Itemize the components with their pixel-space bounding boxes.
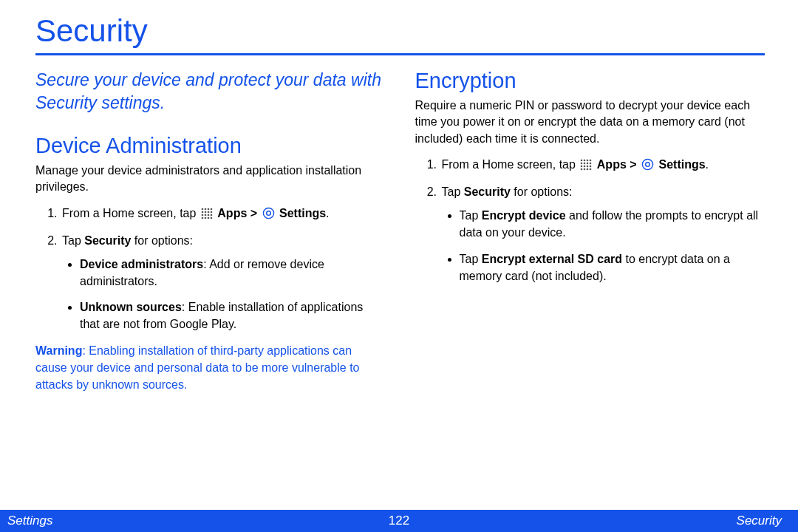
apps-grid-icon xyxy=(580,158,592,176)
footer-right: Security xyxy=(737,514,782,528)
svg-point-14 xyxy=(208,217,210,219)
device-admin-steps: From a Home screen, tap Apps > xyxy=(35,205,386,333)
step-text: From a Home screen, tap xyxy=(442,158,579,171)
step-text: Tap xyxy=(62,234,84,247)
svg-point-29 xyxy=(590,166,592,168)
svg-point-8 xyxy=(202,214,204,216)
step-end: . xyxy=(326,207,329,219)
options-list: Device administrators: Add or remove dev… xyxy=(62,256,386,333)
svg-point-24 xyxy=(587,163,589,165)
left-column: Secure your device and protect your data… xyxy=(35,69,386,393)
svg-point-2 xyxy=(208,208,210,211)
svg-point-35 xyxy=(646,163,650,167)
svg-point-15 xyxy=(211,217,213,219)
gt-separator: > xyxy=(627,158,640,171)
svg-point-10 xyxy=(208,214,210,216)
list-item: Unknown sources: Enable installation of … xyxy=(80,299,386,332)
warning-text: Warning: Enabling installation of third-… xyxy=(35,342,386,394)
option-prefix: Tap xyxy=(460,253,482,265)
warning-body: : Enabling installation of third-party a… xyxy=(35,344,360,391)
svg-point-7 xyxy=(211,211,213,214)
svg-point-30 xyxy=(581,168,583,171)
svg-point-16 xyxy=(263,208,273,218)
svg-point-9 xyxy=(205,214,207,216)
apps-label: Apps xyxy=(597,158,627,171)
svg-point-34 xyxy=(642,160,652,170)
page-title: Security xyxy=(35,13,765,49)
footer-left: Settings xyxy=(7,514,52,528)
device-admin-intro: Manage your device administrators and ap… xyxy=(35,163,386,196)
footer-page-number: 122 xyxy=(389,514,409,528)
right-column: Encryption Require a numeric PIN or pass… xyxy=(415,69,765,393)
step-text: From a Home screen, tap xyxy=(62,207,200,219)
svg-point-19 xyxy=(584,160,586,162)
option-name: Encrypt external SD card xyxy=(482,253,622,265)
settings-label: Settings xyxy=(279,207,326,219)
svg-point-18 xyxy=(581,160,583,162)
svg-point-31 xyxy=(584,168,586,171)
svg-point-4 xyxy=(202,211,204,214)
option-prefix: Tap xyxy=(460,209,482,222)
svg-point-20 xyxy=(587,160,589,162)
step-2: Tap Security for options: Tap Encrypt de… xyxy=(440,183,765,284)
step-1: From a Home screen, tap Apps > xyxy=(61,205,386,225)
svg-point-13 xyxy=(205,217,207,219)
svg-point-1 xyxy=(205,208,207,211)
list-item: Device administrators: Add or remove dev… xyxy=(80,256,386,290)
heading-device-administration: Device Administration xyxy=(35,134,386,158)
svg-point-28 xyxy=(587,166,589,168)
svg-point-17 xyxy=(266,211,270,216)
svg-point-33 xyxy=(590,168,592,171)
svg-point-22 xyxy=(581,163,583,165)
heading-encryption: Encryption xyxy=(415,69,765,93)
settings-label: Settings xyxy=(658,158,705,171)
svg-point-12 xyxy=(202,217,204,219)
option-name: Device administrators xyxy=(80,258,203,270)
content-columns: Secure your device and protect your data… xyxy=(35,69,765,393)
settings-gear-icon xyxy=(262,207,275,225)
svg-point-0 xyxy=(202,208,204,211)
gt-separator: > xyxy=(247,207,260,219)
svg-point-23 xyxy=(584,163,586,165)
step-text: Tap xyxy=(442,185,464,198)
apps-grid-icon xyxy=(201,207,213,225)
list-item: Tap Encrypt external SD card to encrypt … xyxy=(460,250,765,284)
encryption-steps: From a Home screen, tap Apps > xyxy=(415,156,765,284)
security-label: Security xyxy=(84,234,131,247)
svg-point-26 xyxy=(581,166,583,168)
settings-gear-icon xyxy=(641,158,654,176)
list-item: Tap Encrypt device and follow the prompt… xyxy=(460,207,765,241)
step-text: for options: xyxy=(131,234,193,247)
svg-point-32 xyxy=(587,168,589,171)
encryption-intro: Require a numeric PIN or password to dec… xyxy=(415,98,765,147)
page-footer: Settings 122 Security xyxy=(0,510,798,532)
step-1: From a Home screen, tap Apps > xyxy=(440,156,765,176)
security-label: Security xyxy=(464,185,511,198)
step-end: . xyxy=(706,158,709,171)
page-subtitle: Secure your device and protect your data… xyxy=(35,69,386,115)
title-divider xyxy=(35,53,765,55)
svg-point-25 xyxy=(590,163,592,165)
svg-point-3 xyxy=(211,208,213,211)
svg-point-21 xyxy=(590,160,592,162)
step-2: Tap Security for options: Device adminis… xyxy=(61,232,386,333)
warning-label: Warning xyxy=(35,344,82,357)
apps-label: Apps xyxy=(217,207,247,219)
step-text: for options: xyxy=(511,185,573,198)
svg-point-6 xyxy=(208,211,210,214)
svg-point-27 xyxy=(584,166,586,168)
option-name: Encrypt device xyxy=(482,209,566,222)
options-list: Tap Encrypt device and follow the prompt… xyxy=(442,207,765,284)
option-name: Unknown sources xyxy=(80,301,182,313)
svg-point-11 xyxy=(211,214,213,216)
svg-point-5 xyxy=(205,211,207,214)
